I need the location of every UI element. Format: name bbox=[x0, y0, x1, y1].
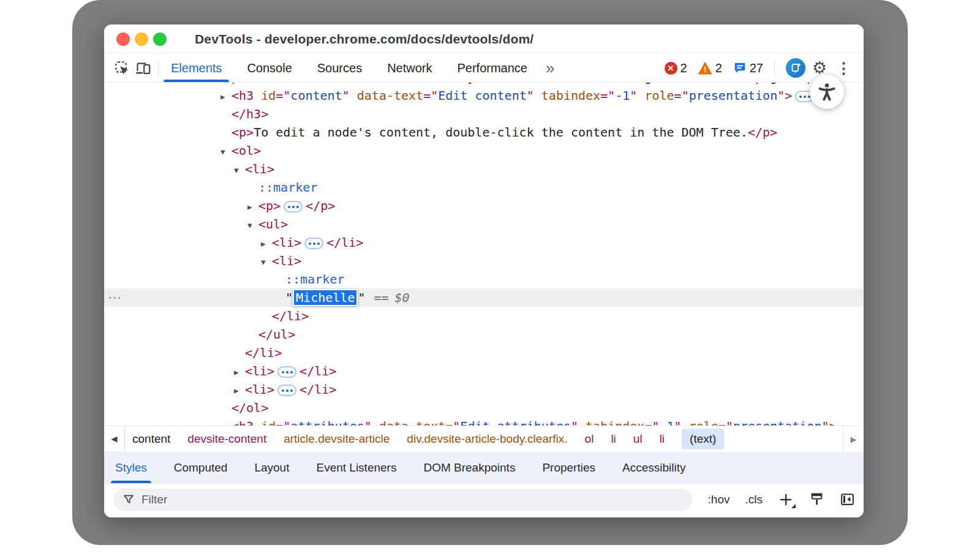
back-arrow-icon: ◀ bbox=[111, 434, 118, 443]
filter-pill[interactable] bbox=[113, 489, 692, 511]
plus-icon bbox=[778, 492, 793, 507]
forward-arrow-icon: ▶ bbox=[851, 435, 857, 444]
tree-collapsed-arrow-icon[interactable]: ▸ bbox=[221, 88, 232, 106]
close-window-button[interactable] bbox=[116, 32, 130, 46]
toolbar-divider bbox=[158, 60, 159, 76]
tab-elements[interactable]: Elements bbox=[170, 56, 223, 81]
warning-icon: ! bbox=[698, 62, 712, 75]
tree-collapsed-arrow-icon[interactable]: ▸ bbox=[234, 381, 245, 400]
gear-icon: ⚙ bbox=[812, 60, 827, 77]
tab-dom-breakpoints[interactable]: DOM Breakpoints bbox=[423, 452, 515, 483]
paintbrush-icon bbox=[809, 492, 824, 507]
row-overflow-menu-icon[interactable]: ⋯ bbox=[108, 288, 122, 307]
tab-computed[interactable]: Computed bbox=[174, 452, 228, 483]
inspect-element-button[interactable] bbox=[111, 58, 132, 78]
dom-node-row[interactable]: ::marker bbox=[104, 178, 864, 197]
tree-expanded-arrow-icon[interactable]: ▾ bbox=[234, 161, 245, 179]
dom-node-row[interactable]: ▸<li></li> bbox=[104, 233, 864, 252]
window-title: DevTools - developer.chrome.com/docs/dev… bbox=[195, 32, 533, 47]
tree-expanded-arrow-icon[interactable]: ▾ bbox=[221, 143, 232, 161]
rendering-emulation-button[interactable] bbox=[809, 492, 824, 507]
toggle-element-state-button[interactable]: :hov bbox=[708, 493, 730, 506]
minimize-window-button[interactable] bbox=[135, 32, 148, 46]
tab-sources[interactable]: Sources bbox=[316, 56, 363, 81]
expand-ellipsis-icon[interactable] bbox=[284, 201, 303, 212]
panel-left-toggle-icon bbox=[840, 492, 855, 507]
dom-node-row[interactable]: </li> bbox=[104, 307, 864, 325]
expand-ellipsis-icon[interactable] bbox=[277, 366, 296, 378]
breadcrumb-item-devsite-content[interactable]: devsite-content bbox=[187, 432, 266, 446]
dom-node-row[interactable]: ▸<li></li> bbox=[104, 362, 864, 380]
dom-node-row[interactable]: ▾<li> bbox=[104, 160, 864, 178]
dom-node-row[interactable]: <p>To edit a node's content, double-clic… bbox=[104, 123, 864, 141]
dom-node-row[interactable]: ▸<h3 id="attributes" data-text="Edit att… bbox=[104, 417, 864, 426]
tab-console[interactable]: Console bbox=[246, 56, 293, 81]
toggle-device-toolbar-button[interactable] bbox=[132, 58, 153, 78]
breadcrumb-item-li[interactable]: li bbox=[660, 432, 665, 446]
dom-node-row[interactable]: ::marker bbox=[104, 270, 864, 288]
toolbar-divider bbox=[774, 60, 775, 76]
accessibility-person-icon bbox=[816, 81, 837, 102]
accessibility-widget-button[interactable] bbox=[810, 75, 844, 109]
element-classes-button[interactable]: .cls bbox=[745, 493, 763, 506]
tab-layout[interactable]: Layout bbox=[254, 452, 289, 483]
tree-expanded-arrow-icon[interactable]: ▾ bbox=[247, 216, 258, 235]
tree-collapsed-arrow-icon[interactable]: ▸ bbox=[221, 418, 232, 426]
zoom-window-button[interactable] bbox=[153, 32, 167, 46]
filter-funnel-icon bbox=[123, 494, 135, 506]
expand-ellipsis-icon[interactable] bbox=[304, 238, 323, 249]
warnings-badge[interactable]: ! 2 bbox=[698, 61, 722, 75]
dom-tree-panel[interactable]: p>You can edit the DOM on the fly and se… bbox=[104, 83, 864, 426]
devtools-toolbar: ElementsConsoleSourcesNetworkPerformance… bbox=[104, 54, 864, 83]
text-node-edit-box[interactable]: Michelle bbox=[293, 289, 358, 306]
new-style-rule-button[interactable] bbox=[778, 492, 794, 508]
dom-node-row[interactable]: </ul> bbox=[104, 325, 864, 344]
dom-node-row[interactable]: ⋯"Michelle"==$0 bbox=[104, 288, 864, 307]
tab-event-listeners[interactable]: Event Listeners bbox=[316, 452, 396, 483]
breadcrumb-scroll-left-button[interactable]: ◀ bbox=[104, 426, 125, 452]
styles-filter-input[interactable] bbox=[141, 493, 656, 506]
sidebar-tab-bar: StylesComputedLayoutEvent ListenersDOM B… bbox=[104, 452, 864, 484]
desktop-backdrop: DevTools - developer.chrome.com/docs/dev… bbox=[72, 0, 908, 545]
toggle-sidebar-button[interactable] bbox=[840, 492, 855, 507]
tab-performance[interactable]: Performance bbox=[456, 56, 529, 81]
dom-node-row[interactable]: ▸<h3 id="content" data-text="Edit conten… bbox=[104, 86, 864, 105]
tab-network[interactable]: Network bbox=[386, 56, 433, 81]
dom-node-row[interactable]: ▸<li></li> bbox=[104, 380, 864, 399]
more-tabs-button[interactable]: » bbox=[546, 60, 554, 76]
dom-node-row[interactable]: </h3> bbox=[104, 105, 864, 123]
breadcrumb-item-li[interactable]: li bbox=[611, 432, 616, 446]
breadcrumb-item-div-devsite-article-body-clearfix[interactable]: div.devsite-article-body.clearfix. bbox=[407, 432, 567, 446]
tree-collapsed-arrow-icon[interactable]: ▸ bbox=[247, 198, 258, 216]
breadcrumb-item-ul[interactable]: ul bbox=[633, 432, 643, 446]
devtools-window: DevTools - developer.chrome.com/docs/dev… bbox=[104, 24, 864, 517]
errors-badge[interactable]: ✕ 2 bbox=[665, 61, 687, 75]
tree-collapsed-arrow-icon[interactable]: ▸ bbox=[261, 235, 272, 253]
expand-ellipsis-icon[interactable] bbox=[277, 385, 296, 396]
issues-message-icon bbox=[733, 61, 747, 75]
tree-collapsed-arrow-icon[interactable]: ▸ bbox=[234, 363, 245, 381]
ai-assistance-button[interactable] bbox=[786, 58, 805, 78]
tab-accessibility[interactable]: Accessibility bbox=[622, 452, 685, 483]
customize-devtools-button[interactable]: ⋮ bbox=[834, 61, 854, 76]
window-titlebar: DevTools - developer.chrome.com/docs/dev… bbox=[104, 24, 864, 54]
breadcrumb-item-text[interactable]: (text) bbox=[682, 429, 724, 449]
dom-node-row[interactable]: ▾<ul> bbox=[104, 215, 864, 233]
tab-properties[interactable]: Properties bbox=[542, 452, 595, 483]
breadcrumb-item-content[interactable]: content bbox=[132, 432, 170, 446]
tree-expanded-arrow-icon[interactable]: ▾ bbox=[261, 253, 272, 271]
breadcrumb-item-article-devsite-article[interactable]: article.devsite-article bbox=[284, 432, 390, 446]
breadcrumb-item-ol[interactable]: ol bbox=[585, 432, 594, 446]
ai-device-sparkle-icon bbox=[789, 61, 802, 75]
main-tabs: ElementsConsoleSourcesNetworkPerformance bbox=[170, 56, 529, 81]
dom-node-row[interactable]: ▾<li> bbox=[104, 252, 864, 270]
tab-styles[interactable]: Styles bbox=[115, 452, 147, 483]
error-icon: ✕ bbox=[665, 62, 677, 75]
breadcrumb-scroll-right-button[interactable]: ▶ bbox=[843, 426, 864, 452]
dom-node-row[interactable]: ▾<ol> bbox=[104, 141, 864, 160]
dom-node-row[interactable]: </li> bbox=[104, 344, 864, 362]
error-count: 2 bbox=[680, 61, 687, 75]
dom-node-row[interactable]: ▸<p></p> bbox=[104, 197, 864, 215]
dom-node-row[interactable]: </ol> bbox=[104, 399, 864, 417]
issues-badge[interactable]: 27 bbox=[733, 61, 763, 75]
